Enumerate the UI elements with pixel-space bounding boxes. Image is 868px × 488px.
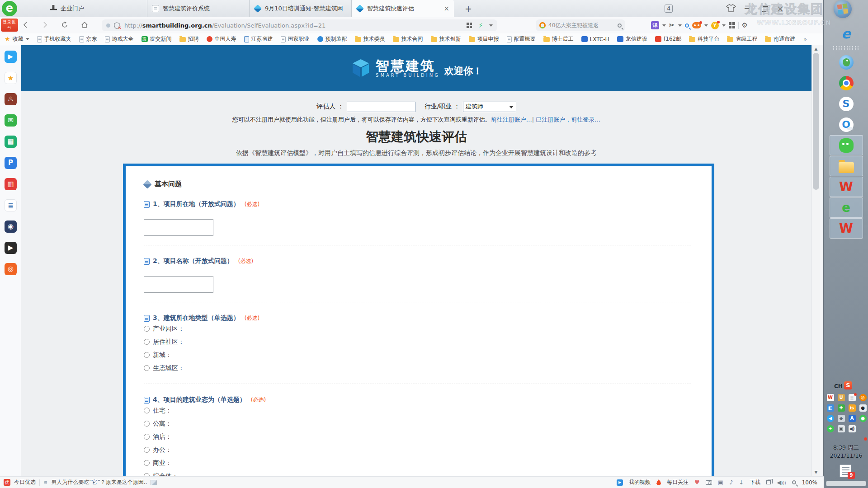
tab-2[interactable]: 智慧建筑评价系统 bbox=[147, 0, 250, 17]
close-button[interactable]: × bbox=[772, 0, 788, 17]
radio-circle-icon[interactable] bbox=[144, 365, 150, 371]
translate-menu-caret[interactable] bbox=[662, 24, 666, 27]
translate-icon[interactable]: 译 bbox=[651, 21, 659, 29]
screenshot-icon[interactable] bbox=[706, 480, 712, 485]
forward-button[interactable] bbox=[41, 19, 54, 32]
game-icon[interactable]: ◎ bbox=[5, 263, 17, 275]
address-chevron-icon[interactable] bbox=[489, 24, 493, 27]
wps-icon[interactable]: W bbox=[830, 177, 863, 197]
file-explorer-icon[interactable] bbox=[830, 156, 863, 176]
qq-browser-icon[interactable]: Q bbox=[830, 114, 863, 135]
register-link[interactable]: 前往注册账户… bbox=[491, 116, 532, 123]
download-count-badge[interactable]: 4 bbox=[665, 5, 673, 13]
zoom-lens-icon[interactable] bbox=[792, 480, 796, 484]
bookmark-item-7[interactable]: 中国人寿 bbox=[207, 35, 236, 43]
doc-icon[interactable]: ≣ bbox=[5, 199, 17, 211]
screenshot-menu-caret[interactable] bbox=[678, 24, 682, 27]
question-text-input[interactable] bbox=[144, 276, 213, 293]
account-login-badge[interactable]: 登录账号 bbox=[1, 19, 18, 32]
radio-circle-icon[interactable] bbox=[144, 326, 150, 332]
wechat-tray-icon[interactable]: ● bbox=[859, 415, 867, 422]
bookmark-item-1[interactable]: ★收藏 bbox=[5, 35, 29, 43]
chrome-icon[interactable] bbox=[830, 73, 863, 93]
mini-window-icon[interactable] bbox=[766, 480, 771, 484]
radio-option-6[interactable]: 综合体： bbox=[144, 469, 693, 476]
green-shield-icon[interactable]: ✚ bbox=[838, 404, 845, 412]
speaker-icon[interactable]: ◀))) bbox=[777, 479, 786, 485]
bookmark-item-20[interactable]: 科技平台 bbox=[689, 35, 719, 43]
radio-circle-icon[interactable] bbox=[144, 339, 150, 345]
accelerator-icon[interactable]: + bbox=[827, 425, 834, 432]
bookmark-item-8[interactable]: 江苏省建 bbox=[244, 35, 273, 43]
media-note-icon[interactable]: ♪ bbox=[729, 479, 733, 485]
download-arrow-icon[interactable]: ↓ bbox=[739, 479, 744, 485]
radio-option-1[interactable]: 产业园区： bbox=[144, 322, 693, 335]
search-box[interactable]: 40亿大案主犯被遣返 bbox=[536, 19, 625, 31]
reading-mode-icon[interactable]: ▣ bbox=[718, 479, 723, 485]
bird-icon[interactable]: ◀ bbox=[827, 415, 834, 422]
back-button[interactable] bbox=[22, 19, 35, 32]
paper-plane-icon[interactable] bbox=[5, 51, 17, 63]
search-input[interactable]: 40亿大案主犯被遣返 bbox=[548, 22, 615, 29]
speed-mode-icon[interactable]: ⚡ bbox=[478, 22, 483, 29]
zoom-search-icon[interactable] bbox=[685, 23, 689, 28]
bookmark-item-11[interactable]: 技术委员 bbox=[355, 35, 385, 43]
sheet-icon[interactable]: ▦ bbox=[5, 136, 17, 148]
bookmark-item-10[interactable]: 预制装配 bbox=[317, 35, 347, 43]
wallet-menu-caret[interactable] bbox=[722, 24, 726, 27]
radio-circle-icon[interactable] bbox=[144, 352, 150, 358]
radio-circle-icon[interactable] bbox=[144, 447, 150, 453]
a-shield-icon[interactable]: A bbox=[849, 415, 856, 422]
bookmark-item-2[interactable]: 手机收藏夹 bbox=[37, 35, 71, 43]
settings-gear-icon[interactable]: ⚙ bbox=[742, 21, 748, 29]
radio-option-4[interactable]: 办公： bbox=[144, 443, 693, 456]
bookmark-item-4[interactable]: 游戏大全 bbox=[105, 35, 134, 43]
bookmark-item-14[interactable]: 项目申报 bbox=[469, 35, 499, 43]
minimize-button[interactable]: ─ bbox=[739, 0, 755, 17]
wps-doc-icon[interactable]: W bbox=[830, 218, 863, 239]
radio-circle-icon[interactable] bbox=[144, 460, 150, 466]
insecure-shield-icon[interactable]: ✕ bbox=[114, 22, 120, 29]
red-grid-icon[interactable]: ▦ bbox=[5, 178, 17, 190]
download-label[interactable]: 下载 bbox=[750, 479, 760, 486]
daily-follow-label[interactable]: 每日关注 bbox=[667, 479, 689, 486]
evaluator-input[interactable] bbox=[347, 102, 415, 112]
sogou-browser-icon[interactable]: S bbox=[830, 94, 863, 114]
penguin-icon[interactable]: ● bbox=[859, 404, 867, 412]
wechat-icon[interactable] bbox=[830, 135, 863, 155]
ime-indicator[interactable]: CH bbox=[834, 383, 843, 389]
wallet-icon[interactable]: ¥ bbox=[711, 22, 719, 29]
games-icon[interactable] bbox=[692, 22, 701, 28]
login-link[interactable]: 已注册账户，前往登录… bbox=[536, 116, 600, 123]
ie-icon[interactable]: e bbox=[830, 23, 863, 44]
tab-1[interactable]: 企业门户 bbox=[45, 0, 147, 17]
gold-shield-icon[interactable]: U bbox=[838, 394, 845, 401]
scroll-down-arrow[interactable]: ▼ bbox=[812, 469, 820, 476]
bookmark-item-13[interactable]: 技术创新 bbox=[431, 35, 461, 43]
favorites-heart-icon[interactable]: ♥ bbox=[694, 479, 700, 485]
bookmarks-overflow-button[interactable]: » bbox=[803, 33, 807, 45]
new-tab-button[interactable]: + bbox=[462, 3, 475, 14]
qr-code-icon[interactable] bbox=[467, 23, 472, 28]
radio-option-5[interactable]: 商业： bbox=[144, 456, 693, 469]
radio-option-1[interactable]: 住宅： bbox=[144, 404, 693, 417]
radio-option-4[interactable]: 生态城区： bbox=[144, 361, 693, 375]
bookmark-item-16[interactable]: 博士后工 bbox=[543, 35, 574, 43]
radio-option-3[interactable]: 酒店： bbox=[144, 430, 693, 443]
bookmark-item-17[interactable]: LXTC-H bbox=[581, 36, 609, 42]
notes-icon[interactable]: ≣ bbox=[849, 394, 856, 401]
bookmark-item-3[interactable]: 京东 bbox=[79, 35, 97, 43]
bookmark-item-19[interactable]: (162邮 bbox=[655, 35, 682, 43]
radio-circle-icon[interactable] bbox=[144, 434, 150, 440]
netdisk-icon[interactable]: ◧ bbox=[827, 404, 834, 412]
radio-option-2[interactable]: 居住社区： bbox=[144, 335, 693, 348]
industry-select[interactable]: 建筑师 bbox=[463, 102, 516, 112]
bookmark-item-21[interactable]: 省级工程 bbox=[727, 35, 757, 43]
screenshot-scissors-icon[interactable]: ✂ bbox=[669, 21, 675, 29]
network-icon[interactable]: ▣ bbox=[838, 425, 845, 432]
radio-option-3[interactable]: 新城： bbox=[144, 348, 693, 361]
radio-circle-icon[interactable] bbox=[144, 473, 150, 476]
games-menu-caret[interactable] bbox=[704, 24, 708, 27]
parrot-app-icon[interactable] bbox=[830, 52, 863, 72]
orange-ball-icon[interactable]: ◎ bbox=[859, 394, 867, 401]
